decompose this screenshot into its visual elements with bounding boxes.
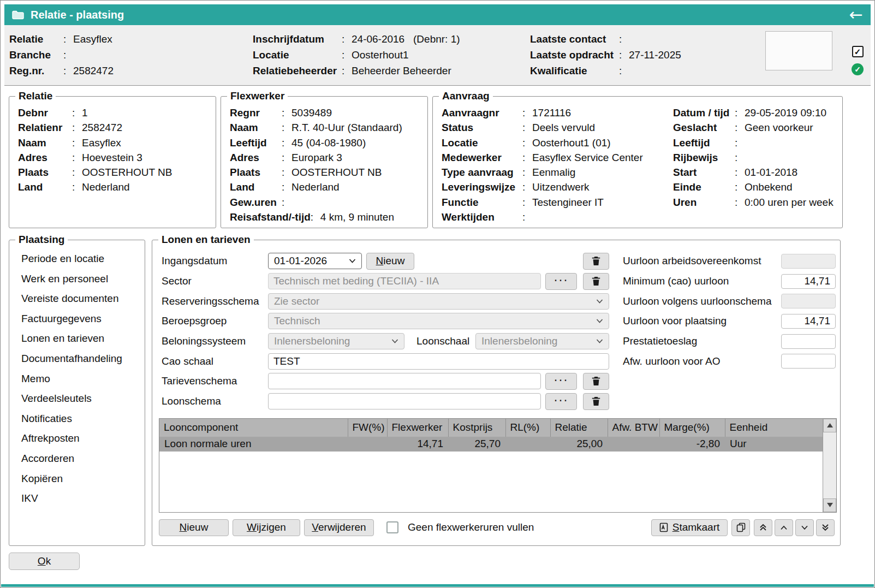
cell-rl-pct <box>505 437 550 452</box>
loonschema-input[interactable] <box>268 393 541 409</box>
photo-placeholder <box>765 31 832 70</box>
kv-row: LeveringswijzeUitzendwerk <box>433 180 664 194</box>
scroll-down-button[interactable] <box>823 498 836 512</box>
delete-ingangsdatum-button[interactable] <box>583 253 609 270</box>
colon <box>282 120 289 135</box>
table-row[interactable]: Loon normale uren 14,71 25,70 25,00 -2,8… <box>159 437 823 452</box>
loonschema-browse-button[interactable]: ··· <box>545 393 577 410</box>
kv-row: Leeftijd <box>664 135 842 150</box>
verwijderen-button[interactable]: Verwijderen <box>304 519 374 536</box>
title-bar: Relatie - plaatsing ← <box>4 4 871 25</box>
nieuw-ingangsdatum-button[interactable]: Nieuw <box>366 253 414 270</box>
sidebar-item-verdeelsleutels[interactable]: Verdeelsleutels <box>9 389 145 409</box>
green-check-icon[interactable]: ✓ <box>852 63 864 75</box>
colon <box>63 31 71 47</box>
cell-looncomponent: Loon normale uren <box>159 437 348 452</box>
sidebar-item-werk-en-personeel[interactable]: Werk en personeel <box>9 269 145 289</box>
lonen-en-tarieven-panel: Lonen en tarieven Ingangsdatum 01-01-202… <box>152 234 841 546</box>
delete-sector-button[interactable] <box>583 273 609 290</box>
move-up-button[interactable] <box>775 519 793 536</box>
move-bottom-button[interactable] <box>816 519 835 536</box>
kv-value: 4 km, 9 minuten <box>320 210 394 224</box>
tarievenschema-browse-button[interactable]: ··· <box>545 373 577 390</box>
double-chevron-down-icon <box>822 524 829 531</box>
tarievenschema-input[interactable] <box>268 373 541 389</box>
colon <box>522 120 530 135</box>
scroll-up-button[interactable] <box>823 419 836 432</box>
window-bottom-strip <box>1 584 874 587</box>
colon <box>282 150 289 165</box>
col-header-flexwerker: Flexwerker <box>387 419 448 437</box>
checked-checkbox-icon[interactable]: ✓ <box>852 46 864 57</box>
scroll-track[interactable] <box>823 432 836 498</box>
kv-row: MedewerkerEasyflex Service Center <box>433 150 664 165</box>
kv-row: LocatieOosterhout1 (01) <box>433 135 664 150</box>
sidebar-item-kopieren[interactable]: Kopiëren <box>9 469 145 489</box>
uurloon-plaatsing-input[interactable] <box>781 314 836 329</box>
info-column-contact: Laatste contact Laatste opdracht 27-11-2… <box>530 31 740 79</box>
prestatietoeslag-input[interactable] <box>781 334 836 349</box>
colon <box>619 47 627 63</box>
sidebar-item-accorderen[interactable]: Accorderen <box>9 449 145 469</box>
copy-button[interactable] <box>731 519 750 536</box>
sidebar-item-memo[interactable]: Memo <box>9 369 145 389</box>
info-row: Inschrijfdatum 24-06-2016 (Debnr: 1) <box>253 31 530 47</box>
ingangsdatum-select[interactable]: 01-01-2026 <box>268 253 362 269</box>
wijzigen-button[interactable]: Wijzigen <box>233 519 300 536</box>
kv-value: OOSTERHOUT NB <box>82 165 172 180</box>
kv-row: Datum / tijd29-05-2019 09:10 <box>664 105 842 120</box>
nieuw-button[interactable]: Nieuw <box>159 519 229 536</box>
colon <box>282 180 289 194</box>
kv-label: Medewerker <box>442 150 522 165</box>
kv-row: LandNederland <box>221 180 427 194</box>
plaatsing-panel-title: Plaatsing <box>15 234 68 246</box>
sidebar-item-factuurgegevens[interactable]: Factuurgegevens <box>9 309 145 329</box>
kv-row: FunctieTestengineer IT <box>433 195 664 210</box>
table-actions: Nieuw Wijzigen Verwijderen Geen flexwerk… <box>159 519 835 536</box>
col-header-rl-pct: RL(%) <box>505 419 550 437</box>
kv-label: Leeftijd <box>673 135 735 150</box>
info-label: Relatie <box>9 31 63 47</box>
kv-value: Europark 3 <box>291 150 342 165</box>
delete-tarievenschema-button[interactable] <box>583 373 609 390</box>
minimum-cao-uurloon-input[interactable] <box>781 274 836 289</box>
move-top-button[interactable] <box>754 519 772 536</box>
sidebar-item-aftrekposten[interactable]: Aftrekposten <box>9 429 145 449</box>
rate-row: Prestatietoeslag <box>623 331 836 352</box>
sidebar-item-ikv[interactable]: IKV <box>9 489 145 509</box>
rate-row: Afw. uurloon voor AO <box>623 351 836 371</box>
sidebar-item-periode-en-locatie[interactable]: Periode en locatie <box>9 249 145 269</box>
ok-button[interactable]: Ok <box>9 553 80 570</box>
kv-value: Hoevestein 3 <box>82 150 142 165</box>
kv-label: Type aanvraag <box>442 165 522 180</box>
cell-relatie: 25,00 <box>550 437 608 452</box>
sidebar-item-notificaties[interactable]: Notificaties <box>9 409 145 429</box>
colon <box>72 180 80 194</box>
cao-schaal-input[interactable] <box>268 353 609 370</box>
kv-label: Relatienr <box>18 120 72 135</box>
colon <box>735 105 742 120</box>
aanvraag-panel-title: Aanvraag <box>439 90 493 102</box>
back-button[interactable]: ← <box>849 7 863 23</box>
colon <box>735 180 742 194</box>
folder-icon <box>12 10 24 20</box>
kv-row: PlaatsOOSTERHOUT NB <box>221 165 427 180</box>
info-row: Laatste contact <box>530 31 740 47</box>
sidebar-item-vereiste-documenten[interactable]: Vereiste documenten <box>9 289 145 309</box>
move-down-button[interactable] <box>795 519 814 536</box>
table-scrollbar[interactable] <box>823 419 836 512</box>
kv-row: Aanvraagnr1721116 <box>433 105 664 120</box>
afw-uurloon-ao-input[interactable] <box>781 354 836 369</box>
geen-flexwerkeruren-checkbox[interactable] <box>386 521 398 533</box>
page-title: Relatie - plaatsing <box>31 9 124 21</box>
sidebar-item-documentafhandeling[interactable]: Documentafhandeling <box>9 349 145 369</box>
kv-label: Uren <box>673 195 735 210</box>
stamkaart-button[interactable]: Stamkaart <box>651 519 728 536</box>
app-window: Relatie - plaatsing ← Relatie Easyflex B… <box>0 0 875 588</box>
sidebar-item-lonen-en-tarieven[interactable]: Lonen en tarieven <box>9 329 145 349</box>
info-value: 24-06-2016 (Debnr: 1) <box>352 31 460 47</box>
kv-row: GeslachtGeen voorkeur <box>664 120 842 135</box>
sector-browse-button[interactable]: ··· <box>545 273 577 290</box>
uurloon-uurloonschema-input <box>781 294 836 308</box>
delete-loonschema-button[interactable] <box>583 393 609 410</box>
